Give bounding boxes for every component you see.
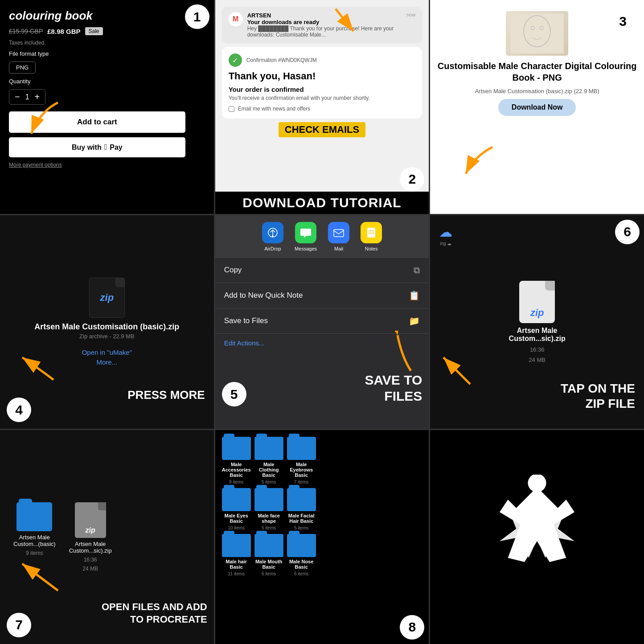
check-circle: ✓ [229, 53, 242, 67]
folder-grid-item[interactable]: Male Facial Hair Basic 5 items [287, 488, 316, 530]
icloud-area: ☁ ing ☁ [439, 224, 452, 246]
qty-value: 1 [25, 93, 29, 101]
folder-grid-name: Male Eyes Basic [222, 513, 251, 524]
airdrop-icon[interactable] [262, 222, 283, 243]
folder-grid-icon [287, 488, 316, 511]
confirm-box: ✓ Confirmation #WND0KQWJM Thank you, Has… [222, 47, 422, 119]
file-format-button[interactable]: PNG [9, 62, 36, 74]
main-grid: colouring book £15.99 GBP £8.98 GBP Sale… [0, 0, 644, 644]
apple-pay-button[interactable]: Buy with  Pay [9, 137, 185, 157]
save-to-files-text: SAVE TOFILES [365, 372, 422, 404]
gmail-icon: M [229, 12, 243, 26]
book-title-main: Customisable Male Character Digital Colo… [437, 60, 637, 83]
save-files-icon: 📁 [409, 316, 420, 326]
folder-grid-name: Male Facial Hair Basic [287, 513, 316, 524]
share-action-copy[interactable]: Copy ⧉ [215, 258, 429, 283]
file-format-label: File format type [9, 50, 205, 57]
zip-item[interactable]: zip Artsen MaleCustom...sic).zip 16:36 2… [69, 502, 112, 572]
svg-rect-10 [334, 230, 344, 237]
confirm-thank: Thank you, Hasan! [229, 70, 416, 82]
cell-8-folders: Male Accessories Basic 9 items Male Clot… [215, 430, 429, 644]
folder-grid-count: 10 items [228, 525, 245, 530]
artsen-logo [475, 475, 599, 599]
cell-5-share: AirDrop Messages Mail Notes [215, 215, 429, 429]
files-row: Artsen MaleCustom...(basic) 9 items zip … [13, 502, 112, 572]
folder-grid-count: 6 items [262, 571, 276, 576]
folder-grid-item[interactable]: Male Eyebrows Basic 7 items [287, 437, 316, 484]
open-umake-link[interactable]: Open in "uMake" [82, 349, 132, 356]
more-payment-link[interactable]: More payment options [9, 162, 205, 168]
share-action-quick-note[interactable]: Add to New Quick Note 📋 [215, 283, 429, 308]
step-badge-4: 4 [7, 398, 31, 422]
folder-grid-count: 9 items [229, 480, 243, 484]
zip-item-name: Artsen MaleCustom...sic).zip [69, 541, 112, 554]
qty-minus-btn[interactable]: − [15, 92, 20, 102]
folder-grid-item[interactable]: Male Mouth Basic 6 items [254, 534, 283, 576]
share-app-messages: Messages [295, 222, 317, 251]
step-badge-6: 6 [615, 220, 640, 244]
cell-2-email: M ARTSEN Your downloads are ready Hey ██… [215, 0, 429, 214]
share-action-save-files[interactable]: Save to Files 📁 [215, 308, 429, 334]
folder-name: Artsen MaleCustom...(basic) [13, 534, 56, 547]
airdrop-label: AirDrop [264, 246, 281, 251]
folder-grid-count: 6 items [294, 571, 308, 576]
folder-grid-icon [287, 534, 316, 557]
quick-note-label: Add to New Quick Note [224, 291, 303, 300]
price-old: £15.99 GBP [9, 28, 43, 35]
folder-item[interactable]: Artsen MaleCustom...(basic) 9 items [13, 502, 56, 556]
quantity-label: Quantity [9, 78, 205, 85]
add-to-cart-button[interactable]: Add to cart [9, 111, 185, 133]
zip-time: 16:36 [530, 346, 545, 353]
copy-icon: ⧉ [414, 265, 420, 275]
folder-grid-item[interactable]: Male hair Basic 11 items [222, 534, 251, 576]
more-link[interactable]: More... [96, 358, 117, 366]
folder-grid-icon [222, 437, 251, 460]
folder-grid-name: Male Mouth Basic [254, 559, 283, 570]
notif-title: Your downloads are ready [247, 19, 402, 25]
folder-grid-item[interactable]: Male Accessories Basic 9 items [222, 437, 251, 484]
svg-rect-2 [510, 13, 564, 53]
confirm-number: Confirmation #WND0KQWJM [246, 57, 317, 63]
quantity-stepper: − 1 + [9, 89, 45, 105]
pay-text: Pay [110, 144, 122, 152]
save-files-label: Save to Files [224, 316, 268, 325]
download-now-button[interactable]: Download Now [498, 99, 576, 116]
step-badge-5: 5 [222, 382, 246, 406]
zip-item-size: 24 MB [82, 566, 98, 572]
folder-grid-item[interactable]: Male Nose Basic 6 items [287, 534, 316, 576]
folder-grid-item[interactable]: Male face shape 5 items [254, 488, 283, 530]
step-badge-8: 8 [400, 615, 424, 640]
notif-content: ARTSEN Your downloads are ready Hey ████… [247, 12, 402, 38]
zip-item-time: 16:36 [84, 557, 97, 563]
zip-file-icon: zip [89, 278, 125, 318]
folder-grid-icon [222, 534, 251, 557]
svg-point-9 [272, 235, 274, 237]
price-new: £8.98 GBP [47, 28, 80, 35]
zip-small-icon: zip [75, 502, 106, 538]
messages-icon[interactable] [295, 222, 316, 243]
folder-grid-item[interactable]: Male Eyes Basic 10 items [222, 488, 251, 530]
mail-icon[interactable] [328, 222, 349, 243]
order-confirmed: Your order is confirmed [229, 86, 416, 93]
check-emails-badge: CHECK EMAILS [279, 122, 365, 137]
arrow-6 [435, 349, 479, 393]
zip-doc-icon[interactable]: zip [519, 281, 555, 323]
folder-grid-name: Male face shape [254, 513, 283, 524]
cell-1-shop: colouring book £15.99 GBP £8.98 GBP Sale… [0, 0, 214, 214]
edit-actions-link[interactable]: Edit Actions... [215, 334, 429, 352]
notes-icon[interactable] [361, 222, 382, 243]
buy-with-text: Buy with [72, 144, 102, 152]
share-app-notes: Notes [361, 222, 382, 251]
step-badge-1: 1 [185, 4, 209, 29]
cell-4-press-more: 4 zip Artsen Male Customisation (basic).… [0, 215, 214, 429]
folder-grid-name: Male Nose Basic [287, 559, 316, 570]
step-badge-2: 2 [400, 167, 424, 192]
folder-grid-item[interactable]: Male Clothing Basic 5 items [254, 437, 283, 484]
folder-grid-count: 5 items [294, 525, 308, 530]
folder-grid-count: 11 items [228, 571, 245, 576]
notif-sender: ARTSEN [247, 12, 402, 19]
email-checkbox[interactable] [229, 106, 234, 112]
qty-plus-btn[interactable]: + [35, 92, 40, 102]
book-title: colouring book [9, 9, 205, 23]
zip-small-text: zip [86, 526, 95, 534]
